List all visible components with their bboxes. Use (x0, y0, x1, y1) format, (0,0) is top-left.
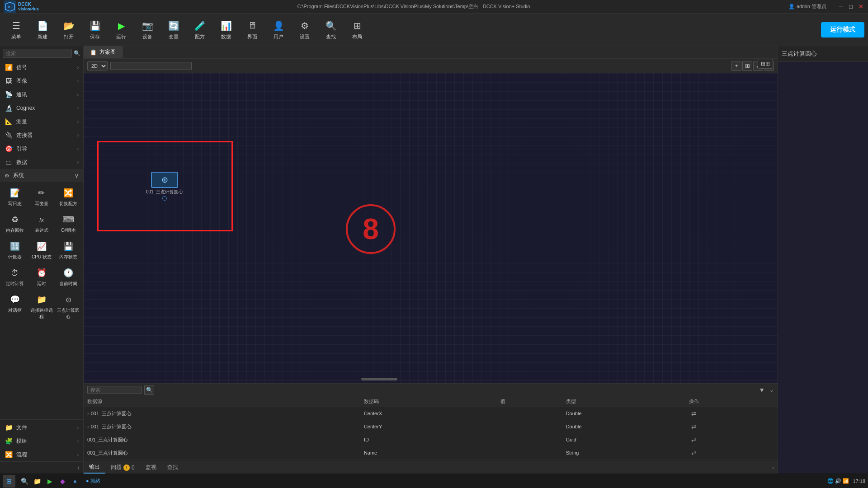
sidebar-item-group[interactable]: 🧩 模组 › (0, 434, 83, 448)
tool-dialog[interactable]: 💬 对话框 (2, 291, 28, 323)
module-output-port[interactable] (162, 196, 167, 201)
taskbar-files[interactable]: 📁 (32, 476, 42, 487)
sidebar-item-signal[interactable]: 📶 信号 › (0, 61, 83, 74)
row-op-btn[interactable]: ⇄ (689, 448, 698, 457)
tool-write-var[interactable]: ✏ 写变量 (28, 184, 54, 210)
toolbar-find[interactable]: 🔍 查找 (318, 15, 344, 44)
toolbar-user[interactable]: 👤 用户 (266, 15, 291, 44)
close-button[interactable]: ✕ (857, 3, 864, 10)
row-source: ›001_三点计算圆心 (84, 420, 360, 433)
canvas-search-input[interactable] (110, 62, 192, 70)
tool-cpu-status-label: CPU 状态 (32, 254, 52, 260)
tool-three-point-circle[interactable]: ⊙ 三点计算圆心 (56, 291, 81, 323)
toolbar-device[interactable]: 📷 设备 (135, 15, 160, 44)
status-tab-output[interactable]: 输出 (84, 461, 105, 474)
sidebar-item-dbdata[interactable]: 🗃 数据 › (0, 155, 83, 169)
row-op-btn[interactable]: ⇄ (689, 435, 698, 444)
tab-solution-diagram[interactable]: 📋 方案图 (84, 46, 123, 58)
sidebar-item-file[interactable]: 📁 文件 › (0, 421, 83, 434)
issues-count: 0 (132, 465, 135, 471)
toolbar-distribute[interactable]: 🧪 配方 (187, 15, 212, 44)
status-tab-issues[interactable]: 问题 ! 0 (105, 462, 140, 473)
user-icon: 👤 (272, 19, 285, 32)
tool-mem-read[interactable]: ♻ 内存回收 (2, 211, 28, 236)
canvas-tool-fit[interactable]: ⊞ (742, 61, 752, 71)
sidebar-item-comm[interactable]: 📡 通讯 › (0, 88, 83, 101)
taskbar-search[interactable]: 🔍 (19, 476, 30, 487)
run-mode-button[interactable]: 运行模式 (821, 22, 864, 38)
tool-write-state[interactable]: 📝 写日志 (2, 184, 28, 210)
row-expand-btn[interactable]: › (87, 411, 89, 416)
sidebar-item-guide-label: 引导 (16, 145, 27, 153)
toolbar-menu[interactable]: ☰ 菜单 (4, 15, 29, 44)
status-right-btn[interactable]: › (772, 465, 774, 470)
tool-timer[interactable]: ⏱ 定时计算 (2, 264, 28, 290)
taskbar-app-blue[interactable]: ● (70, 476, 80, 487)
row-source: 001_三点计算圆心 (84, 433, 360, 446)
tool-counter[interactable]: 🔢 计数器 (2, 237, 28, 263)
canvas-area[interactable]: ⊕ 001_三点计算圆心 8 (84, 73, 778, 383)
sidebar-item-connect[interactable]: 🔌 连接器 › (0, 128, 83, 142)
tool-expression[interactable]: fx 表达式 (28, 211, 54, 236)
toolbar-run[interactable]: ▶ 运行 (108, 15, 134, 44)
distribute-icon: 🧪 (193, 19, 206, 32)
time-display: 17:18 (853, 479, 865, 484)
status-tab-find[interactable]: 查找 (162, 462, 184, 473)
sidebar-item-flow[interactable]: 🔀 流程 › (0, 448, 83, 461)
issues-tab-label: 问题 (111, 464, 122, 471)
canvas-link-button[interactable]: ⊞⊞ (758, 59, 773, 69)
taskbar-apps: 🔍 📁 ▶ ◆ ● (19, 476, 80, 487)
row-value (497, 446, 562, 460)
taskbar-app-green[interactable]: ▶ (44, 476, 55, 487)
toolbar-interface[interactable]: 🖥 界面 (240, 15, 265, 44)
row-op-btn[interactable]: ⇄ (689, 409, 698, 418)
sidebar-search-icon[interactable]: 🔍 (74, 50, 80, 56)
data-panel-expand[interactable]: ⌄ (769, 387, 774, 393)
view-mode-select[interactable]: 2D 3D (87, 61, 108, 70)
maximize-button[interactable]: □ (847, 3, 854, 10)
sidebar-item-guide[interactable]: 🎯 引导 › (0, 142, 83, 155)
toolbar-settings[interactable]: ⚙ 设置 (292, 15, 317, 44)
data-search-input[interactable] (87, 386, 142, 394)
canvas-tool-add[interactable]: + (731, 61, 741, 71)
toolbar-save[interactable]: 💾 保存 (82, 15, 108, 44)
tool-switch-recipe[interactable]: 🔀 切换配方 (56, 184, 81, 210)
sidebar-item-cognex[interactable]: 🔬 Cognex › (0, 101, 83, 115)
tool-delay[interactable]: ⏰ 延时 (28, 264, 54, 290)
filter-icon[interactable]: ▼ (759, 386, 765, 394)
toolbar-data[interactable]: 📊 数据 (213, 15, 239, 44)
tool-path-select[interactable]: 📁 选择路径选程 (28, 291, 54, 323)
sidebar-item-system[interactable]: ⚙ 系统 ∨ (0, 169, 83, 182)
user-label: admin 管理员 (797, 3, 826, 10)
toolbar-new[interactable]: 📄 新建 (30, 15, 55, 44)
tool-switch-recipe-label: 切换配方 (59, 201, 77, 207)
comm-icon: 📡 (5, 90, 13, 99)
row-expand-btn[interactable]: › (87, 424, 89, 429)
sidebar-collapse-button[interactable]: ‹ (77, 464, 80, 472)
status-tab-monitor[interactable]: 监视 (140, 462, 162, 473)
tool-current-time[interactable]: 🕐 当前时间 (56, 264, 81, 290)
col-source: 数据源 (84, 396, 360, 407)
sidebar-item-image[interactable]: 🖼 图像 › (0, 74, 83, 88)
row-code: ID (360, 433, 497, 446)
toolbar-open[interactable]: 📂 打开 (56, 15, 81, 44)
taskbar-right: 🌐 🔊 📶 17:18 (827, 478, 865, 484)
toolbar-layout[interactable]: ⊞ 布局 (344, 15, 370, 44)
row-op-btn[interactable]: ⇄ (689, 422, 698, 431)
taskbar-app-purple[interactable]: ◆ (57, 476, 68, 487)
canvas-horizontal-scrollbar[interactable] (361, 378, 397, 380)
toolbar-transform[interactable]: 🔄 变量 (161, 15, 186, 44)
tool-mem-status-label: 内存状态 (59, 254, 77, 260)
tool-csharp[interactable]: ⌨ C#脚本 (56, 211, 81, 236)
data-search-button[interactable]: 🔍 (144, 385, 154, 395)
sidebar-search-input[interactable] (3, 49, 72, 58)
minimize-button[interactable]: ─ (837, 3, 844, 10)
tool-mem-status[interactable]: 💾 内存状态 (56, 237, 81, 263)
tab-diagram-label: 方案图 (99, 48, 116, 56)
tool-cpu-status[interactable]: 📈 CPU 状态 (28, 237, 54, 263)
svg-text:V+: V+ (8, 5, 12, 9)
sidebar-item-measure[interactable]: 📐 测量 › (0, 115, 83, 128)
module-node-three-point[interactable]: ⊕ 001_三点计算圆心 (146, 172, 183, 201)
start-button[interactable]: ⊞ (3, 475, 15, 488)
row-source: 001_三点计算圆心 (84, 446, 360, 460)
